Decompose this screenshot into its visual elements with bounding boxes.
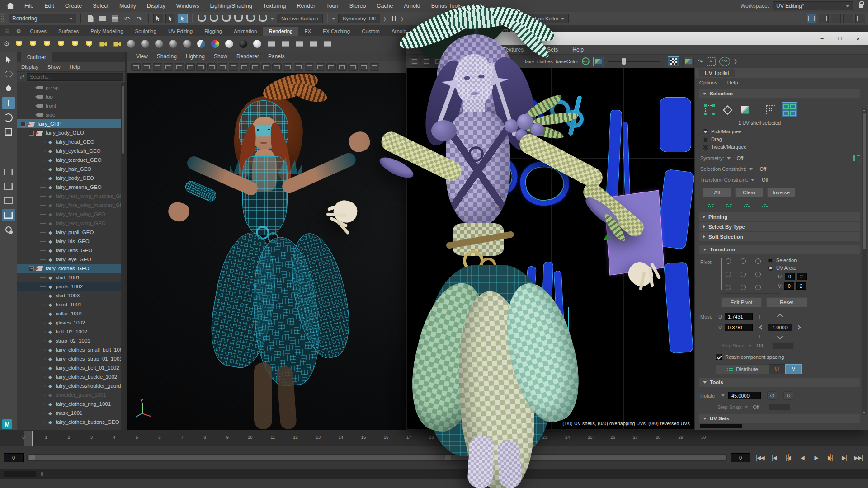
outliner-row-fairy-head-geo[interactable]: fairy_head_GEO <box>17 137 125 146</box>
mode-radio-2[interactable]: Tweak/Marquee <box>703 144 860 150</box>
snap-point-icon[interactable] <box>221 14 231 23</box>
command-input-box[interactable] <box>4 471 36 477</box>
chevron-down-icon[interactable] <box>751 179 755 181</box>
pivot-radio[interactable] <box>726 258 731 264</box>
toolbar-grip[interactable] <box>1 14 5 23</box>
menu-display[interactable]: Display <box>142 0 171 12</box>
select-camera-icon[interactable] <box>131 63 141 71</box>
viewport-menu-shading[interactable]: Shading <box>153 53 181 60</box>
two-pane-stacked-layout-icon[interactable] <box>2 194 15 207</box>
two-pane-side-layout-icon[interactable] <box>2 180 15 192</box>
outliner-row-belt-02-1002[interactable]: belt_02_1002 <box>17 327 125 336</box>
tool-settings-toggle-icon[interactable] <box>843 14 853 23</box>
outliner-row-fairy-pupil-geo[interactable]: fairy_pupil_GEO <box>17 228 125 237</box>
live-surface-field[interactable]: No Live Surface <box>277 14 323 23</box>
uv-select-mode-icon[interactable] <box>703 103 717 117</box>
toolbar-overflow-icon[interactable]: ❯ <box>734 59 737 64</box>
u-max-field[interactable]: 2 <box>797 273 807 280</box>
uv-editor-menu-edit[interactable]: Edit <box>417 47 439 53</box>
section-header-select-by-type[interactable]: Select By Type <box>699 222 860 231</box>
shelf-tab-fx-caching[interactable]: FX Caching <box>317 27 356 36</box>
outliner-row-fairy-antenna-geo[interactable]: fairy_antenna_GEO <box>17 183 125 192</box>
distribute-button[interactable]: Distribute <box>716 364 769 374</box>
uv-shell-strip[interactable] <box>541 262 553 344</box>
uv-shell-strip[interactable] <box>522 266 537 344</box>
shelf-tab-rendering[interactable]: Rendering <box>263 27 298 36</box>
toolkit-menu-help[interactable]: Help <box>723 80 743 85</box>
pivot-selection-radio[interactable]: Selection <box>768 258 807 263</box>
menu-texturing[interactable]: Texturing <box>258 0 292 12</box>
collapse-arrow-icon[interactable]: ❯ <box>383 16 387 21</box>
scrollbar-thumb[interactable] <box>863 113 866 249</box>
attribute-editor-toggle-icon[interactable] <box>831 14 841 23</box>
hypershade-icon[interactable] <box>308 38 319 49</box>
toolkit-menu-options[interactable]: Options <box>695 80 722 85</box>
slider-handle[interactable] <box>622 58 626 65</box>
button-clear[interactable]: Clear <box>735 188 763 197</box>
menu-stereo[interactable]: Stereo <box>344 0 372 12</box>
range-slider[interactable] <box>27 454 727 461</box>
outliner-row-fairy-rear-wing-geo[interactable]: fairy_rear_wing_GEO <box>17 219 125 228</box>
move-down-arrow[interactable] <box>777 333 783 339</box>
lambert-material-icon[interactable] <box>126 38 137 49</box>
step-snap-value[interactable]: Off <box>756 343 763 348</box>
current-frame-field[interactable]: 0 <box>731 453 750 462</box>
mode-radio-0[interactable]: Pick/Marquee <box>703 128 860 135</box>
film-gate-icon[interactable] <box>218 63 227 71</box>
outliner-row-fairy-clothesshoulder-gaurd-geo[interactable]: fairy_clothesshoulder_gaurd_GEO <box>17 381 125 390</box>
use-background-icon[interactable] <box>252 38 263 49</box>
outliner-row-gloves-1002[interactable]: gloves_1002 <box>17 318 125 327</box>
shelf-tab-curves[interactable]: Curves <box>24 27 52 36</box>
lasso-select-tool[interactable] <box>2 68 15 80</box>
uv-editor-menu-textures[interactable]: Textures <box>497 47 530 53</box>
outliner-row-pants-1002[interactable]: pants_1002 <box>17 282 125 291</box>
outliner-row-front[interactable]: front <box>17 101 125 110</box>
uv-shell-selected[interactable] <box>604 190 665 276</box>
psd-network-icon[interactable]: PSD <box>719 57 730 66</box>
chevron-down-icon[interactable] <box>332 18 335 20</box>
outliner-row-collar-1001[interactable]: collar_1001 <box>17 309 125 318</box>
maximize-button[interactable] <box>837 35 843 42</box>
grease-pencil-icon[interactable] <box>196 63 206 71</box>
viewport-menu-panels[interactable]: Panels <box>264 53 289 60</box>
lock-camera-icon[interactable] <box>142 63 151 71</box>
viewport-menu-view[interactable]: View <box>132 53 152 60</box>
pivot-radio[interactable] <box>741 258 746 264</box>
uv-editor-menu-view[interactable]: View <box>441 47 466 53</box>
selection-constraint-value[interactable]: Off <box>760 166 766 172</box>
distribute-u-icon[interactable]: ↔ <box>740 201 754 209</box>
menu-modify[interactable]: Modify <box>114 0 142 12</box>
outliner-row-fairy-clothes-geo[interactable]: fairy_clothes_GEO <box>17 264 125 273</box>
phong-material-icon[interactable] <box>154 38 165 49</box>
go-to-start-button[interactable]: |◀◀ <box>754 452 766 463</box>
resolution-gate-icon[interactable] <box>229 63 238 71</box>
shelf-menu-icon[interactable]: ☰ <box>1 28 12 36</box>
uv-shell-ring[interactable] <box>499 94 545 138</box>
outliner-row-fairy-body-geo[interactable]: fairy_body_GEO <box>17 128 125 137</box>
uv-sets-list[interactable] <box>700 424 742 428</box>
ambient-light-icon[interactable] <box>56 38 66 49</box>
menu-set-selector[interactable]: Rendering <box>9 14 76 23</box>
camera-aim-icon[interactable] <box>112 38 123 49</box>
checker-map-toggle[interactable] <box>668 56 679 66</box>
retain-spacing-checkbox[interactable] <box>716 354 722 360</box>
chevron-down-icon[interactable] <box>727 157 731 160</box>
uv-editor-menu-uv-sets[interactable]: UV Sets <box>532 47 564 53</box>
textured-mode-icon[interactable] <box>305 63 314 71</box>
expander-icon[interactable] <box>29 266 34 271</box>
current-frame-marker[interactable] <box>24 431 33 446</box>
move-right-arrow[interactable] <box>796 325 801 330</box>
outliner-row-fairy-eyelash-geo[interactable]: fairy_eyelash_GEO <box>17 146 125 155</box>
uv-editor-menu-help[interactable]: Help <box>566 47 590 53</box>
isolate-uvs-icon[interactable] <box>707 57 716 66</box>
bookmarks-icon[interactable] <box>164 63 173 71</box>
button-inverse[interactable]: Inverse <box>767 188 795 197</box>
step-back-key-button[interactable]: |◀ <box>782 452 794 463</box>
texture-image-icon[interactable] <box>683 57 694 66</box>
display-image-toggle[interactable] <box>593 57 604 66</box>
chevron-down-icon[interactable] <box>270 18 274 20</box>
symmetry-mirror-icon[interactable] <box>853 155 860 161</box>
open-scene-icon[interactable] <box>98 14 108 23</box>
outliner-menu-show[interactable]: Show <box>43 64 65 70</box>
anti-aliasing-icon[interactable] <box>348 63 358 71</box>
